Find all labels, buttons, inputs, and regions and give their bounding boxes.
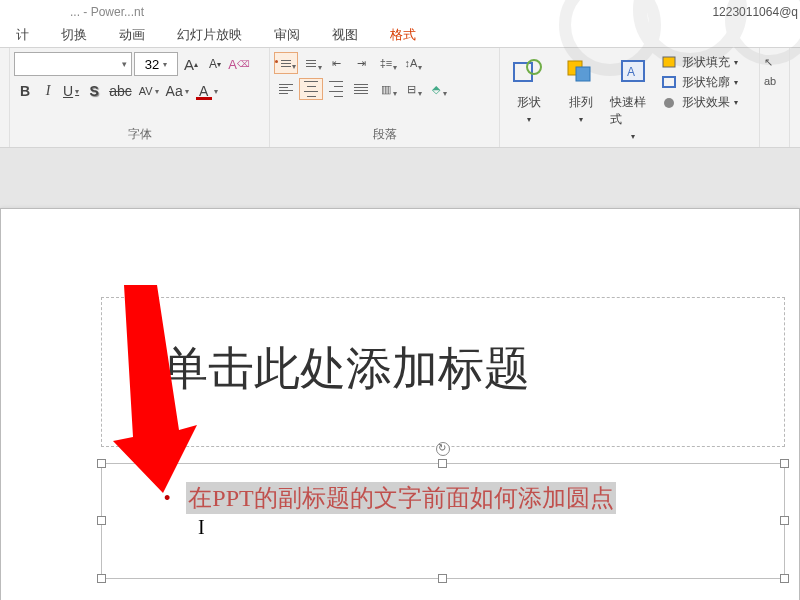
font-size-combo[interactable]: 32▾ (134, 52, 178, 76)
font-color-swatch (196, 97, 212, 100)
strikethrough-button[interactable]: abc (106, 80, 135, 102)
shrink-font-button[interactable]: A▾ (204, 53, 226, 75)
increase-indent-button[interactable]: ⇥ (349, 52, 373, 74)
shape-effects-button[interactable]: 形状效果 ▾ (662, 94, 738, 111)
title-placeholder-text: 单击此处添加标题 (162, 338, 530, 400)
svg-rect-6 (576, 67, 590, 81)
italic-button[interactable]: I (37, 80, 59, 102)
line-spacing-button[interactable]: ‡≡▾ (374, 52, 398, 74)
decrease-indent-button[interactable]: ⇤ (324, 52, 348, 74)
grow-font-button[interactable]: A▴ (180, 53, 202, 75)
subtitle-textbox-selected[interactable]: • 在PPT的副标题的文字前面如何添加圆点 I (101, 463, 785, 579)
tab-format[interactable]: 格式 (374, 23, 432, 47)
title-placeholder[interactable]: 单击此处添加标题 (101, 297, 785, 447)
resize-handle-ml[interactable] (97, 516, 106, 525)
select-arrow-icon[interactable]: ↖ (764, 56, 785, 69)
svg-rect-9 (663, 57, 675, 67)
rotate-handle[interactable] (436, 442, 450, 456)
align-justify-button[interactable] (349, 78, 373, 100)
tab-slideshow[interactable]: 幻灯片放映 (161, 23, 258, 47)
smartart-button[interactable]: ⬘▾ (424, 78, 448, 100)
group-editing-edge: ↖ ab (760, 48, 790, 147)
bullet-point-icon: • (164, 488, 170, 509)
replace-icon[interactable]: ab (764, 75, 785, 87)
svg-point-11 (664, 98, 674, 108)
underline-button[interactable]: U▾ (60, 80, 82, 102)
resize-handle-mr[interactable] (780, 516, 789, 525)
arrange-button[interactable]: 排列▾ (558, 54, 604, 124)
bold-button[interactable]: B (14, 80, 36, 102)
group-font: ▾ 32▾ A▴ A▾ A⌫ B I U▾ S abc AV▾ Aa▾ A ▾ … (10, 48, 270, 147)
slide[interactable]: 单击此处添加标题 • 在PPT的副标题的文字前面如何添加圆点 I (0, 208, 800, 600)
tab-review[interactable]: 审阅 (258, 23, 316, 47)
shapes-button[interactable]: 形状▾ (506, 54, 552, 124)
group-paragraph-label: 段落 (270, 124, 499, 147)
resize-handle-tl[interactable] (97, 459, 106, 468)
svg-text:A: A (627, 65, 635, 79)
char-spacing-button[interactable]: AV▾ (136, 80, 162, 102)
svg-rect-10 (663, 77, 675, 87)
bullets-button[interactable]: ▾ (274, 52, 298, 74)
group-drawing: 形状▾ 排列▾ A 快速样式▾ 形状填充 ▾ 形状轮廓 ▾ 形状效果 ▾ 绘图 (500, 48, 760, 147)
group-clipboard-edge (0, 48, 10, 147)
shape-fill-button[interactable]: 形状填充 ▾ (662, 54, 738, 71)
change-case-button[interactable]: Aa▾ (163, 80, 192, 102)
group-paragraph: ▾ ▾ ⇤ ⇥ ‡≡▾ ↕A▾ ▥▾ ⊟▾ ⬘▾ 段落 (270, 48, 500, 147)
resize-handle-bl[interactable] (97, 574, 106, 583)
resize-handle-br[interactable] (780, 574, 789, 583)
shape-outline-button[interactable]: 形状轮廓 ▾ (662, 74, 738, 91)
resize-handle-bm[interactable] (438, 574, 447, 583)
ribbon: ▾ 32▾ A▴ A▾ A⌫ B I U▾ S abc AV▾ Aa▾ A ▾ … (0, 48, 800, 148)
font-family-combo[interactable]: ▾ (14, 52, 132, 76)
tab-transition[interactable]: 切换 (45, 23, 103, 47)
columns-button[interactable]: ▥▾ (374, 78, 398, 100)
tab-animation[interactable]: 动画 (103, 23, 161, 47)
align-left-button[interactable] (274, 78, 298, 100)
tab-design[interactable]: 计 (0, 23, 45, 47)
align-right-button[interactable] (324, 78, 348, 100)
document-title: ... - Power...nt (0, 5, 144, 19)
text-direction-button[interactable]: ↕A▾ (399, 52, 423, 74)
resize-handle-tr[interactable] (780, 459, 789, 468)
clear-formatting-button[interactable]: A⌫ (228, 53, 250, 75)
align-text-button[interactable]: ⊟▾ (399, 78, 423, 100)
numbering-button[interactable]: ▾ (299, 52, 323, 74)
text-shadow-button[interactable]: S (83, 80, 105, 102)
group-font-label: 字体 (10, 124, 269, 147)
font-color-button[interactable]: A ▾ (193, 80, 221, 102)
align-center-button[interactable] (299, 78, 323, 100)
subtitle-text-selected[interactable]: 在PPT的副标题的文字前面如何添加圆点 (186, 482, 615, 514)
slide-canvas[interactable]: 单击此处添加标题 • 在PPT的副标题的文字前面如何添加圆点 I (0, 148, 800, 600)
text-cursor-icon: I (198, 516, 205, 539)
resize-handle-tm[interactable] (438, 459, 447, 468)
svg-point-4 (527, 60, 541, 74)
tab-view[interactable]: 视图 (316, 23, 374, 47)
quick-styles-button[interactable]: A 快速样式▾ (610, 54, 656, 141)
